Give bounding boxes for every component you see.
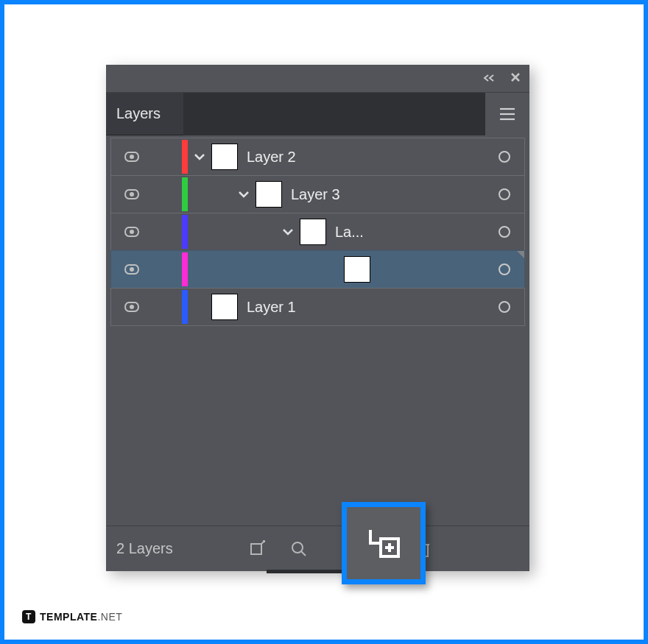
target-layer-icon[interactable] [485,301,524,313]
layer-color-swatch [182,215,188,249]
layer-color-swatch [182,140,188,174]
layer-content: Layer 3 [188,181,485,208]
layer-content: Layer 2 [188,144,485,170]
layer-name-label: Layer 2 [247,149,296,166]
layers-panel: Layers Layer 2Layer 3La...Layer 1 2 Laye… [106,65,529,571]
layer-name-label: La... [335,224,364,241]
layer-row[interactable]: Layer 1 [110,288,525,326]
panel-footer: 2 Layers [106,526,529,571]
layer-row[interactable]: Layer 2 [110,138,525,176]
layer-thumbnail [256,181,282,208]
target-layer-icon[interactable] [485,151,524,163]
expand-toggle[interactable] [281,227,295,236]
visibility-toggle[interactable] [111,152,152,162]
layer-content: La... [188,219,485,245]
layer-count-label: 2 Layers [113,540,237,557]
panel-titlebar [106,65,529,93]
visibility-toggle[interactable] [111,189,152,199]
eye-icon [124,264,139,275]
eye-icon [124,189,139,199]
target-layer-icon[interactable] [485,226,524,238]
layer-color-swatch [182,290,188,324]
brand-suffix: .NET [97,611,122,623]
layer-content: Layer 1 [188,294,485,320]
svg-rect-5 [251,544,261,554]
visibility-toggle[interactable] [111,302,152,312]
layer-content [188,256,485,283]
new-sublayer-highlight[interactable] [342,502,426,584]
visibility-toggle[interactable] [111,227,152,237]
svg-line-7 [301,551,306,556]
tab-strip [183,93,485,135]
collect-for-export-icon[interactable] [237,539,278,559]
layer-color-swatch [182,252,188,286]
layer-row[interactable]: La... [110,213,525,251]
layer-thumbnail [344,256,370,283]
layer-thumbnail [211,294,238,320]
eye-icon [124,302,139,312]
layer-row[interactable] [110,250,525,289]
tab-layers[interactable]: Layers [106,93,183,135]
close-panel-icon[interactable] [510,72,521,85]
collapse-panel-icon[interactable] [482,72,496,85]
expand-toggle[interactable] [192,152,207,161]
layer-name-label: Layer 3 [291,186,340,203]
svg-point-6 [292,542,303,553]
brand-mark-icon: T [22,610,35,623]
panel-menu-icon[interactable] [485,93,529,135]
target-layer-icon[interactable] [485,263,524,275]
expand-toggle[interactable] [236,190,251,199]
template-net-logo: T TEMPLATE .NET [22,610,122,623]
eye-icon [124,227,139,237]
layer-name-label: Layer 1 [247,299,296,316]
eye-icon [124,152,139,162]
layer-color-swatch [182,177,188,211]
locate-object-icon[interactable] [278,539,320,559]
target-layer-icon[interactable] [485,188,524,200]
layer-thumbnail [300,219,326,245]
tab-label: Layers [116,105,161,122]
brand-main: TEMPLATE [40,611,97,623]
visibility-toggle[interactable] [111,264,152,275]
layer-row[interactable]: Layer 3 [110,175,525,213]
layer-thumbnail [211,144,238,170]
panel-tabs: Layers [106,93,529,135]
layer-list: Layer 2Layer 3La...Layer 1 [106,135,529,330]
